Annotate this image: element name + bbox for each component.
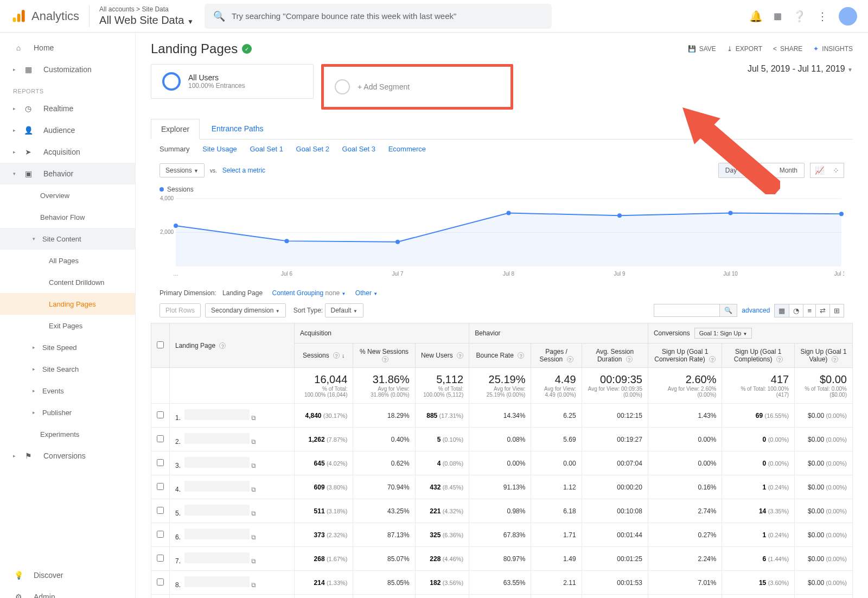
help-icon[interactable]: ?	[382, 356, 388, 362]
time-week-button[interactable]: Week	[743, 163, 773, 177]
tab-explorer[interactable]: Explorer	[151, 119, 200, 139]
col-conversion-rate[interactable]: Sign Up (Goal 1 Conversion Rate) ?	[648, 343, 722, 368]
external-link-icon[interactable]: ⧉	[251, 557, 256, 565]
chart-point[interactable]	[507, 211, 511, 215]
row-checkbox[interactable]	[157, 555, 164, 562]
row-page-cell[interactable]: 7. ⧉	[170, 547, 295, 571]
chart-point[interactable]	[174, 224, 178, 228]
col-avg-session-duration[interactable]: Avg. Session Duration ?	[582, 343, 648, 368]
help-icon[interactable]: ?	[518, 352, 524, 359]
avatar[interactable]	[839, 7, 857, 26]
row-page-cell[interactable]: 3. ⧉	[170, 451, 295, 475]
chart-point[interactable]	[617, 213, 622, 218]
row-checkbox[interactable]	[157, 411, 164, 418]
sidebar-item-acquisition[interactable]: ▸➤Acquisition	[0, 141, 135, 163]
motion-chart-icon[interactable]: ⁘	[828, 163, 844, 177]
help-icon[interactable]: ?	[709, 356, 716, 362]
sidebar-item-overview[interactable]: Overview	[0, 185, 135, 206]
help-icon[interactable]: ❔	[793, 10, 806, 23]
sidebar-item-site-content[interactable]: ▾Site Content	[0, 228, 135, 250]
tab-entrance-paths[interactable]: Entrance Paths	[202, 119, 273, 138]
row-page-cell[interactable]: 9. ⧉	[170, 595, 295, 599]
col-value[interactable]: Sign Up (Goal 1 Value) ?	[795, 343, 853, 368]
select-all-checkbox[interactable]	[157, 341, 164, 348]
conversions-goal-dropdown[interactable]: Goal 1: Sign Up ▼	[694, 328, 752, 339]
col-pages-per-session[interactable]: Pages / Session ?	[531, 343, 582, 368]
help-icon[interactable]: ?	[457, 352, 463, 359]
comparison-view-icon[interactable]: ⇄	[816, 304, 830, 317]
help-icon[interactable]: ?	[832, 356, 838, 362]
help-icon[interactable]: ?	[626, 356, 633, 362]
help-icon[interactable]: ?	[219, 342, 226, 349]
col-new-users[interactable]: New Users ?	[415, 343, 469, 368]
other-dimension-dropdown[interactable]: Other ▼	[355, 289, 378, 297]
sidebar-item-conversions[interactable]: ▸⚑Conversions	[0, 445, 135, 467]
col-sessions[interactable]: Sessions ?↓	[295, 343, 353, 368]
sidebar-item-discover[interactable]: 💡Discover	[0, 564, 135, 586]
sidebar-item-admin[interactable]: ⚙Admin	[0, 586, 135, 598]
chart-point[interactable]	[285, 239, 289, 243]
sidebar-item-customization[interactable]: ▸▦Customization	[0, 59, 135, 80]
external-link-icon[interactable]: ⧉	[251, 510, 256, 517]
insights-button[interactable]: ✦INSIGHTS	[813, 45, 853, 53]
external-link-icon[interactable]: ⧉	[251, 581, 256, 589]
metric-dropdown[interactable]: Sessions ▼	[159, 163, 205, 177]
share-button[interactable]: <SHARE	[773, 45, 802, 53]
row-page-cell[interactable]: 6. ⧉	[170, 523, 295, 547]
add-segment-button[interactable]: + Add Segment	[321, 64, 513, 110]
save-button[interactable]: 💾SAVE	[688, 45, 716, 53]
sidebar-item-audience[interactable]: ▸👤Audience	[0, 119, 135, 141]
time-day-button[interactable]: Day	[719, 163, 743, 177]
sidebar-item-site-speed[interactable]: ▸Site Speed	[0, 336, 135, 358]
search-icon[interactable]: 🔍	[719, 304, 737, 316]
row-checkbox[interactable]	[157, 483, 164, 490]
help-icon[interactable]: ?	[567, 356, 573, 362]
external-link-icon[interactable]: ⧉	[251, 438, 256, 446]
col-bounce-rate[interactable]: Bounce Rate ?	[469, 343, 531, 368]
apps-icon[interactable]: ▦	[774, 11, 782, 21]
row-page-cell[interactable]: 8. ⧉	[170, 571, 295, 595]
external-link-icon[interactable]: ⧉	[251, 462, 256, 469]
sidebar-item-behavior[interactable]: ▾▣Behavior	[0, 163, 135, 185]
col-landing-page[interactable]: Landing Page ?	[170, 323, 295, 368]
more-icon[interactable]: ⋮	[817, 10, 828, 23]
secondary-dimension-dropdown[interactable]: Secondary dimension ▼	[205, 303, 286, 317]
row-page-cell[interactable]: 5. ⧉	[170, 499, 295, 523]
notifications-icon[interactable]: 🔔	[749, 10, 763, 23]
content-grouping-dropdown[interactable]: Content Grouping none ▼	[272, 289, 346, 297]
data-table-view-icon[interactable]: ▦	[775, 304, 789, 317]
help-icon[interactable]: ?	[333, 352, 340, 359]
subtab-site-usage[interactable]: Site Usage	[202, 145, 237, 153]
select-metric-link[interactable]: Select a metric	[222, 167, 265, 174]
export-button[interactable]: ⤓EXPORT	[727, 45, 762, 53]
subtab-goal-set-2[interactable]: Goal Set 2	[296, 145, 329, 153]
line-chart-icon[interactable]: 📈	[810, 163, 828, 177]
table-search-input[interactable]	[654, 304, 719, 316]
sidebar-item-realtime[interactable]: ▸◷Realtime	[0, 98, 135, 119]
chart-point[interactable]	[728, 211, 732, 215]
percentage-view-icon[interactable]: ◔	[789, 304, 803, 317]
table-search[interactable]: 🔍	[654, 304, 737, 317]
performance-view-icon[interactable]: ≡	[803, 304, 816, 317]
chart-point[interactable]	[395, 240, 400, 244]
col-completions[interactable]: Sign Up (Goal 1 Completions) ?	[722, 343, 795, 368]
row-checkbox[interactable]	[157, 459, 164, 466]
sidebar-item-exit-pages[interactable]: Exit Pages	[0, 315, 135, 336]
sidebar-item-experiments[interactable]: Experiments	[0, 423, 135, 445]
external-link-icon[interactable]: ⧉	[251, 533, 256, 541]
sidebar-item-publisher[interactable]: ▸Publisher	[0, 402, 135, 423]
subtab-ecommerce[interactable]: Ecommerce	[388, 145, 426, 153]
sidebar-item-landing-pages[interactable]: Landing Pages	[0, 293, 135, 315]
col-new-sessions[interactable]: % New Sessions ?	[353, 343, 415, 368]
external-link-icon[interactable]: ⧉	[251, 414, 256, 422]
row-checkbox[interactable]	[157, 578, 164, 586]
pivot-view-icon[interactable]: ⊞	[830, 304, 844, 317]
sidebar-item-home[interactable]: ⌂Home	[0, 37, 135, 59]
row-page-cell[interactable]: 4. ⧉	[170, 475, 295, 499]
row-page-cell[interactable]: 1. ⧉	[170, 404, 295, 428]
external-link-icon[interactable]: ⧉	[251, 486, 256, 493]
sidebar-item-events[interactable]: ▸Events	[0, 380, 135, 402]
row-page-cell[interactable]: 2. ⧉	[170, 428, 295, 451]
sidebar-item-behavior-flow[interactable]: Behavior Flow	[0, 206, 135, 228]
sidebar-item-content-drilldown[interactable]: Content Drilldown	[0, 271, 135, 293]
